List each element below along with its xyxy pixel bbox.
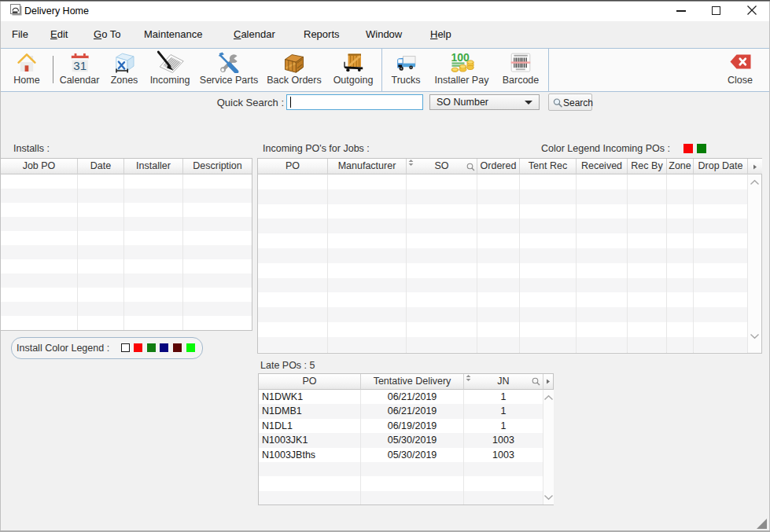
svg-text:100: 100	[451, 51, 470, 64]
svg-text:31: 31	[73, 59, 87, 72]
